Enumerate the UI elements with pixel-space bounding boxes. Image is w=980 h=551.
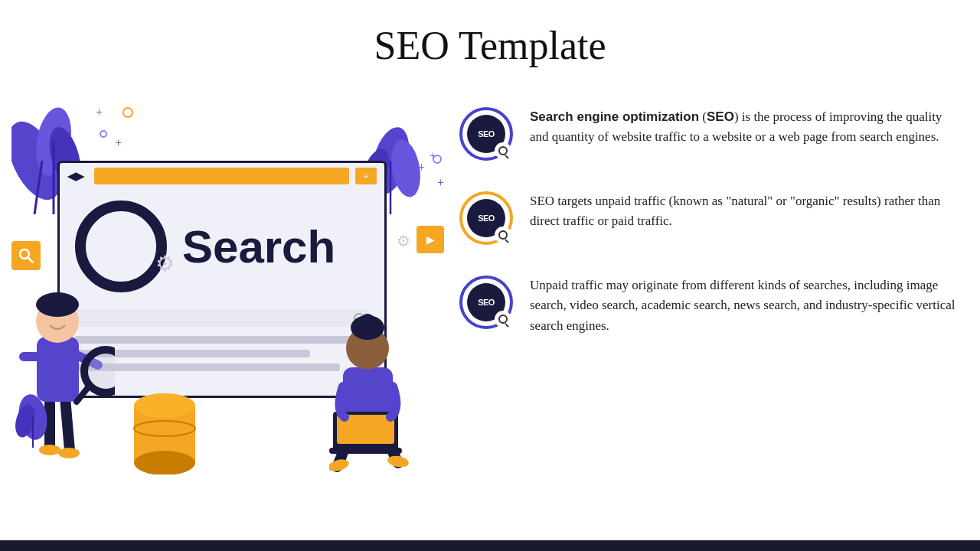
info-item-1: SEO Search engine optimization (SEO) is … — [459, 107, 957, 161]
seo-icon-1: SEO — [459, 107, 513, 161]
deco-circle-1 — [122, 107, 133, 118]
seo-badge-1: SEO — [478, 129, 495, 139]
seo-icon-outer-3: SEO — [459, 276, 513, 329]
info-text-3: Unpaid traffic may originate from differ… — [530, 276, 957, 336]
deco-plus-4: + — [418, 161, 425, 174]
bold-abbr-1: SEO — [707, 109, 734, 124]
info-item-3: SEO Unpaid traffic may originate from di… — [459, 276, 957, 336]
seo-magnifier-3 — [495, 311, 511, 328]
svg-point-35 — [360, 314, 375, 329]
info-paragraph-3: Unpaid traffic may originate from differ… — [530, 276, 957, 336]
page-title: SEO Template — [0, 23, 980, 68]
info-paragraph-2: SEO targets unpaid traffic (known as "na… — [530, 191, 957, 232]
browser-address-bar — [94, 168, 349, 184]
svg-point-14 — [58, 448, 80, 458]
info-text-1: Search engine optimization (SEO) is the … — [530, 107, 957, 148]
deco-circle-3 — [433, 155, 442, 164]
magnifier-circle-1 — [498, 146, 508, 155]
gear-icon-1: ⚙ — [155, 251, 175, 276]
person-right-figure — [329, 298, 413, 474]
info-paragraph-1: Search engine optimization (SEO) is the … — [530, 107, 957, 148]
svg-rect-19 — [19, 352, 42, 361]
info-item-2: SEO SEO targets unpaid traffic (known as… — [459, 191, 957, 245]
svg-point-25 — [134, 393, 195, 418]
bottom-bar — [0, 540, 980, 551]
seo-icon-outer-2: SEO — [459, 191, 513, 245]
search-label: Search — [182, 220, 335, 273]
svg-point-24 — [134, 451, 195, 474]
browser-search-btn: ≡ — [355, 168, 377, 184]
seo-magnifier-1 — [495, 142, 511, 159]
magnifier-circle-2 — [498, 230, 508, 240]
svg-point-21 — [36, 292, 79, 317]
cylinder-graphic — [130, 390, 199, 474]
browser-line-1 — [75, 336, 369, 344]
deco-plus-5: + — [437, 176, 444, 190]
browser-inner-search — [75, 310, 369, 327]
info-section: SEO Search engine optimization (SEO) is … — [459, 107, 957, 336]
seo-icon-3: SEO — [459, 276, 513, 329]
info-text-2: SEO targets unpaid traffic (known as "na… — [530, 191, 957, 232]
bold-seo-1: Search engine optimization — [530, 109, 699, 124]
illustration-area: + + + + + ▶ ◀▶ ≡ Search — [11, 99, 448, 490]
seo-icon-2: SEO — [459, 191, 513, 245]
seo-badge-3: SEO — [478, 298, 495, 307]
play-button-icon: ▶ — [416, 226, 444, 253]
nav-arrow-icon: ◀▶ — [67, 170, 84, 183]
svg-rect-12 — [60, 397, 75, 455]
small-plant-icon — [14, 390, 52, 452]
deco-plus-2: + — [115, 136, 122, 150]
gear-icon-2: ⚙ — [397, 232, 410, 250]
seo-icon-outer-1: SEO — [459, 107, 513, 161]
svg-rect-32 — [329, 448, 402, 454]
deco-plus-1: + — [96, 106, 103, 119]
deco-circle-2 — [100, 130, 107, 138]
seo-badge-2: SEO — [478, 214, 495, 223]
slide: SEO Template + + + + + — [0, 0, 980, 551]
magnifier-circle-3 — [498, 315, 508, 324]
seo-magnifier-2 — [495, 227, 511, 243]
